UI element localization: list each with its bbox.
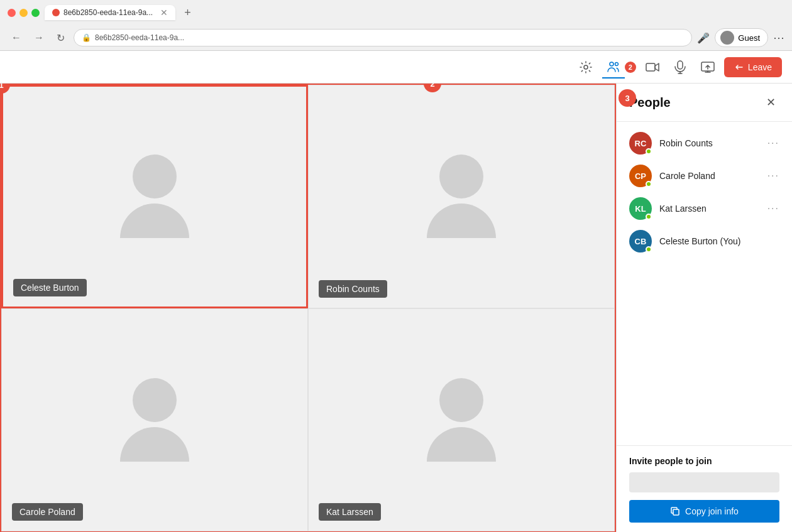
- svg-rect-3: [646, 63, 655, 71]
- settings-button[interactable]: [575, 56, 597, 79]
- step-badge-2-container: 2: [424, 84, 441, 92]
- person-name-robin: Robin Counts: [659, 138, 760, 148]
- person-item-robin[interactable]: RC Robin Counts ···: [617, 127, 792, 160]
- avatar-head: [439, 378, 483, 422]
- lock-icon: 🔒: [82, 33, 91, 42]
- online-indicator: [646, 148, 652, 155]
- online-indicator: [646, 181, 652, 187]
- avatar-kat: [427, 378, 496, 462]
- person-item-celeste[interactable]: CB Celeste Burton (You): [617, 225, 792, 258]
- browser-more-button[interactable]: ⋯: [773, 31, 784, 45]
- close-window-button[interactable]: [8, 9, 16, 17]
- person-avatar-kat: KL: [629, 197, 652, 220]
- person-more-robin[interactable]: ···: [767, 138, 779, 149]
- address-bar[interactable]: 🔒 8e6b2850-eeda-11ea-9a...: [74, 29, 692, 46]
- avatar-head: [133, 378, 177, 422]
- svg-rect-8: [673, 509, 679, 515]
- reload-button[interactable]: ↻: [53, 30, 69, 46]
- avatar-body: [427, 204, 496, 238]
- mute-button[interactable]: [669, 56, 691, 79]
- avatar-body: [120, 204, 189, 238]
- camera-button[interactable]: [641, 56, 664, 79]
- avatar-body: [427, 427, 496, 462]
- avatar-head: [133, 155, 177, 198]
- video-grid: 1 Celeste Burton: [0, 84, 616, 532]
- person-avatar-robin: RC: [629, 132, 652, 155]
- video-cell-celeste: Celeste Burton: [1, 85, 308, 308]
- name-tag-kat: Kat Larssen: [319, 503, 381, 521]
- video-cell-carole: Carole Poland: [1, 308, 308, 532]
- people-panel-button[interactable]: [602, 56, 625, 79]
- step-badge-2: 2: [424, 84, 441, 92]
- video-cell-kat: Kat Larssen: [308, 308, 615, 532]
- forward-button[interactable]: →: [30, 30, 48, 46]
- people-count-badge: 2: [625, 62, 636, 73]
- name-tag-robin: Robin Counts: [319, 280, 387, 298]
- people-badge-container: 2: [602, 56, 636, 79]
- panel-header: People ✕: [617, 84, 792, 122]
- avatar-head: [439, 155, 483, 198]
- copy-join-label: Copy join info: [685, 506, 739, 516]
- person-name-celeste: Celeste Burton (You): [659, 236, 779, 246]
- leave-button[interactable]: Leave: [724, 57, 782, 77]
- content-area: 1 Celeste Burton: [0, 84, 792, 532]
- browser-toolbar: ← → ↻ 🔒 8e6b2850-eeda-11ea-9a... 🎤 Guest…: [0, 25, 792, 50]
- tab-close-button[interactable]: ✕: [160, 8, 168, 18]
- people-list: RC Robin Counts ··· CP Carole Poland ···: [617, 122, 792, 445]
- leave-label: Leave: [748, 62, 772, 72]
- minimize-window-button[interactable]: [19, 9, 28, 17]
- tab-favicon: [52, 9, 60, 16]
- close-panel-button[interactable]: ✕: [762, 94, 779, 111]
- svg-point-1: [610, 62, 613, 66]
- titlebar: 8e6b2850-eeda-11ea-9a... ✕ +: [0, 0, 792, 25]
- app-container: 2 Leave: [0, 51, 792, 532]
- back-button[interactable]: ←: [8, 30, 25, 46]
- tab-title: 8e6b2850-eeda-11ea-9a...: [63, 8, 153, 17]
- settings-badge-container: [575, 56, 597, 79]
- people-panel: 3 People ✕ RC Robin Counts ···: [616, 84, 792, 532]
- person-more-carole[interactable]: ···: [767, 170, 779, 182]
- toolbar-right: 🎤 Guest ⋯: [697, 28, 784, 47]
- new-tab-button[interactable]: +: [180, 6, 195, 19]
- svg-point-0: [584, 65, 588, 69]
- maximize-window-button[interactable]: [31, 9, 40, 17]
- share-screen-button[interactable]: [696, 56, 719, 79]
- browser-chrome: 8e6b2850-eeda-11ea-9a... ✕ + ← → ↻ 🔒 8e6…: [0, 0, 792, 51]
- online-indicator: [646, 214, 652, 220]
- avatar-body: [120, 427, 189, 462]
- avatar-robin: [427, 155, 496, 238]
- copy-join-info-button[interactable]: Copy join info: [629, 500, 779, 523]
- avatar-carole: [120, 378, 189, 462]
- person-more-kat[interactable]: ···: [767, 203, 779, 214]
- video-cell-robin: Robin Counts: [308, 85, 615, 308]
- call-toolbar: 2 Leave: [0, 51, 792, 84]
- person-item-carole[interactable]: CP Carole Poland ···: [617, 160, 792, 192]
- person-name-carole: Carole Poland: [659, 171, 760, 181]
- online-indicator: [646, 246, 652, 252]
- guest-avatar: [720, 31, 734, 45]
- browser-tab[interactable]: 8e6b2850-eeda-11ea-9a... ✕: [45, 5, 175, 20]
- panel-footer: Invite people to join Copy join info: [617, 445, 792, 532]
- traffic-lights: [8, 9, 40, 17]
- step-badge-3: 3: [619, 89, 636, 107]
- name-tag-carole: Carole Poland: [12, 503, 83, 521]
- invite-search-bar[interactable]: [629, 472, 779, 492]
- svg-rect-4: [678, 61, 683, 69]
- address-text: 8e6b2850-eeda-11ea-9a...: [95, 33, 184, 42]
- person-name-kat: Kat Larssen: [659, 204, 760, 214]
- avatar-celeste: [120, 155, 189, 238]
- microphone-icon-button[interactable]: 🎤: [697, 32, 710, 44]
- invite-label: Invite people to join: [629, 456, 779, 466]
- svg-point-2: [615, 62, 618, 65]
- name-tag-celeste: Celeste Burton: [13, 279, 87, 296]
- guest-profile-button[interactable]: Guest: [715, 28, 768, 47]
- person-item-kat[interactable]: KL Kat Larssen ···: [617, 192, 792, 225]
- person-avatar-carole: CP: [629, 165, 652, 187]
- guest-label: Guest: [738, 33, 760, 43]
- person-avatar-celeste: CB: [629, 230, 652, 252]
